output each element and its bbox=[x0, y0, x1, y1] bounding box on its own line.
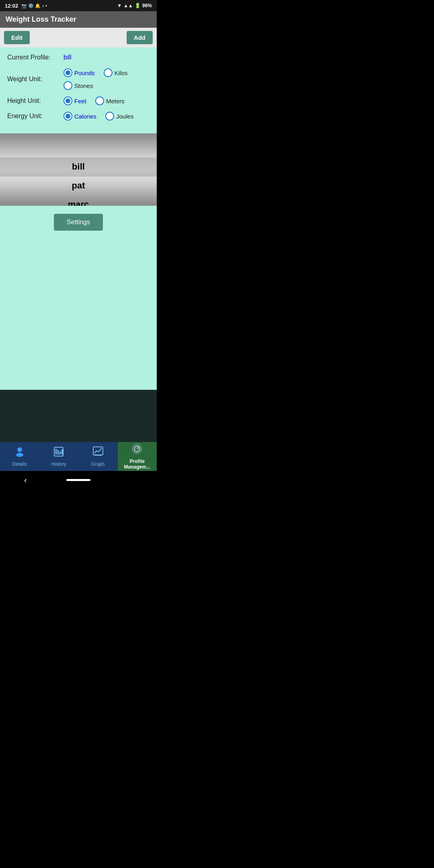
energy-calories-radio[interactable] bbox=[63, 112, 72, 121]
add-button[interactable]: Add bbox=[127, 31, 153, 44]
svg-rect-7 bbox=[93, 447, 103, 455]
energy-unit-row: Energy Unit: Calories Joules bbox=[7, 112, 149, 121]
wifi-icon: ▼ bbox=[117, 3, 122, 8]
toolbar: Edit Add bbox=[0, 28, 157, 47]
svg-point-14 bbox=[137, 446, 138, 447]
weight-kilos-label: Kilos bbox=[115, 70, 128, 76]
back-button[interactable]: ‹ bbox=[24, 475, 27, 485]
nav-details-label: Details bbox=[12, 461, 27, 467]
app-title-bar: Weight Loss Tracker bbox=[0, 11, 157, 28]
energy-joules-radio[interactable] bbox=[105, 112, 114, 121]
bottom-navigation: Details History Graph bbox=[0, 442, 157, 471]
height-meters-radio[interactable] bbox=[95, 96, 104, 105]
settings-btn-container: Settings bbox=[0, 206, 157, 237]
svg-rect-4 bbox=[57, 450, 59, 454]
current-profile-label: Current Profile: bbox=[7, 54, 63, 61]
weight-kilos-option[interactable]: Kilos bbox=[104, 68, 128, 77]
nav-graph[interactable]: Graph bbox=[78, 442, 118, 471]
edit-button[interactable]: Edit bbox=[4, 31, 30, 44]
system-nav-bar: ‹ bbox=[0, 471, 157, 489]
height-feet-radio[interactable] bbox=[63, 96, 72, 105]
height-unit-label: Height Unit: bbox=[7, 97, 63, 104]
nav-profile-management[interactable]: Profile Managem... bbox=[118, 442, 157, 471]
weight-unit-row: Weight Unit: Pounds Kilos Stones bbox=[7, 68, 149, 90]
energy-unit-group: Calories Joules bbox=[63, 112, 138, 121]
weight-pounds-label: Pounds bbox=[74, 70, 95, 76]
main-content: Current Profile: bill Weight Unit: Pound… bbox=[0, 47, 157, 133]
picker-item-bill[interactable]: bill bbox=[0, 158, 157, 176]
svg-point-12 bbox=[135, 448, 136, 449]
weight-stones-label: Stones bbox=[74, 82, 93, 89]
svg-rect-8 bbox=[94, 455, 102, 456]
signal-icon: ▲▲ bbox=[123, 3, 133, 8]
nav-profile-label: Profile Managem... bbox=[118, 459, 157, 470]
status-indicators: ▼ ▲▲ 🔋 96% bbox=[117, 3, 152, 8]
svg-point-1 bbox=[16, 453, 23, 457]
app-title: Weight Loss Tracker bbox=[6, 15, 76, 23]
profile-picker[interactable]: bill pat marc bbox=[0, 133, 157, 206]
height-unit-row: Height Unit: Feet Meters bbox=[7, 96, 149, 105]
height-feet-option[interactable]: Feet bbox=[63, 96, 86, 105]
svg-rect-6 bbox=[61, 449, 63, 454]
picker-item-pat[interactable]: pat bbox=[0, 176, 157, 195]
weight-stones-radio[interactable] bbox=[63, 81, 72, 90]
energy-calories-label: Calories bbox=[74, 113, 96, 120]
svg-rect-5 bbox=[59, 451, 61, 454]
height-meters-label: Meters bbox=[106, 98, 125, 104]
graph-icon bbox=[92, 446, 104, 460]
notification-icons: 📷 ⚙️ 🔔 ♪ • bbox=[21, 3, 47, 8]
svg-rect-3 bbox=[55, 449, 57, 454]
height-meters-option[interactable]: Meters bbox=[95, 96, 125, 105]
picker-empty-top bbox=[0, 141, 157, 158]
dark-background-area bbox=[0, 390, 157, 442]
nav-history-label: History bbox=[51, 461, 66, 467]
battery-level: 96% bbox=[142, 3, 152, 8]
weight-stones-option[interactable]: Stones bbox=[63, 81, 93, 90]
empty-content-area bbox=[0, 237, 157, 390]
current-profile-value: bill bbox=[63, 54, 72, 61]
weight-unit-group: Pounds Kilos Stones bbox=[63, 68, 149, 90]
energy-calories-option[interactable]: Calories bbox=[63, 112, 96, 121]
home-indicator[interactable] bbox=[66, 479, 90, 481]
status-time: 12:02 📷 ⚙️ 🔔 ♪ • bbox=[5, 3, 47, 9]
weight-pounds-radio[interactable] bbox=[63, 68, 72, 77]
settings-area: Settings bbox=[0, 206, 157, 237]
nav-history[interactable]: History bbox=[39, 442, 79, 471]
picker-items-list: bill pat marc bbox=[0, 133, 157, 206]
details-icon bbox=[14, 446, 25, 460]
nav-details[interactable]: Details bbox=[0, 442, 39, 471]
current-profile-row: Current Profile: bill bbox=[7, 54, 149, 61]
energy-joules-option[interactable]: Joules bbox=[105, 112, 133, 121]
height-feet-label: Feet bbox=[74, 98, 86, 104]
profile-management-icon bbox=[131, 443, 143, 457]
nav-graph-label: Graph bbox=[91, 461, 104, 467]
battery-icon: 🔋 bbox=[135, 3, 141, 8]
height-unit-group: Feet Meters bbox=[63, 96, 129, 105]
weight-kilos-radio[interactable] bbox=[104, 68, 113, 77]
status-bar: 12:02 📷 ⚙️ 🔔 ♪ • ▼ ▲▲ 🔋 96% bbox=[0, 0, 157, 11]
picker-item-marc[interactable]: marc bbox=[0, 195, 157, 206]
weight-pounds-option[interactable]: Pounds bbox=[63, 68, 95, 77]
weight-unit-label: Weight Unit: bbox=[7, 76, 63, 83]
energy-unit-label: Energy Unit: bbox=[7, 113, 63, 120]
svg-point-0 bbox=[17, 447, 22, 452]
settings-button[interactable]: Settings bbox=[54, 214, 103, 231]
history-icon bbox=[53, 446, 64, 460]
energy-joules-label: Joules bbox=[116, 113, 133, 120]
time-display: 12:02 bbox=[5, 3, 18, 9]
